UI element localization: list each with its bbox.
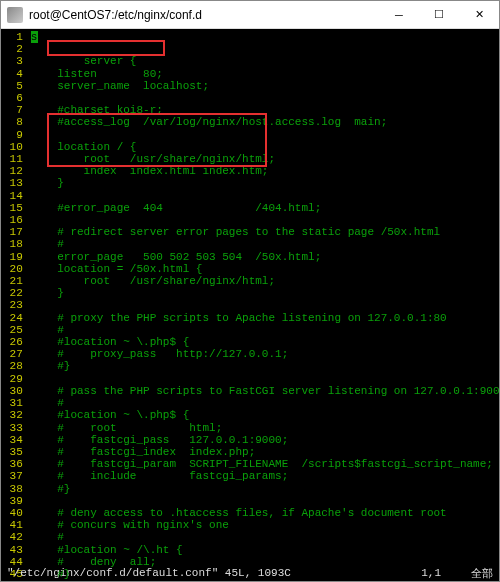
maximize-button[interactable]: ☐ [419,1,459,29]
app-window: root@CentOS7:/etc/nginx/conf.d ─ ☐ ✕ 1 2… [0,0,500,582]
cursor-block: s [31,31,38,43]
titlebar[interactable]: root@CentOS7:/etc/nginx/conf.d ─ ☐ ✕ [1,1,499,29]
code-text: server { listen 80; server_name localhos… [31,55,499,581]
status-pos: 1,1 [421,567,441,579]
app-icon [7,7,23,23]
status-mode: 全部 [471,566,493,581]
code-area[interactable]: s server { listen 80; server_name localh… [27,29,499,565]
close-button[interactable]: ✕ [459,1,499,29]
editor: 1 2 3 4 5 6 7 8 9 10 11 12 13 14 15 16 1… [1,29,499,565]
highlight-listen [47,40,165,56]
window-controls: ─ ☐ ✕ [379,1,499,29]
terminal[interactable]: 1 2 3 4 5 6 7 8 9 10 11 12 13 14 15 16 1… [1,29,499,581]
minimize-button[interactable]: ─ [379,1,419,29]
window-title: root@CentOS7:/etc/nginx/conf.d [29,8,379,22]
line-gutter: 1 2 3 4 5 6 7 8 9 10 11 12 13 14 15 16 1… [1,29,27,565]
